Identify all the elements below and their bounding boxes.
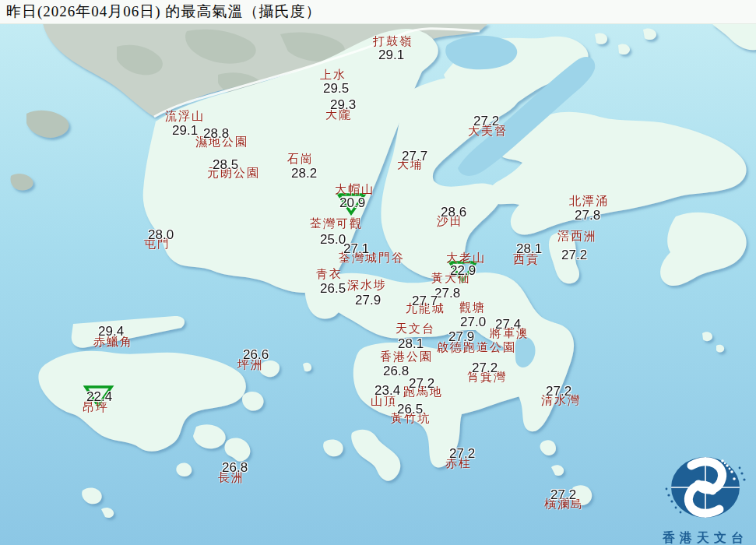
- station-name: 流浮山: [165, 111, 205, 122]
- station-name: 石崗: [287, 153, 314, 165]
- weather-map-page: 昨日(2026年04月06日) 的最高氣溫（攝氏度） 29.1打鼓嶺29.5上水…: [0, 0, 756, 545]
- station-name: 打鼓嶺: [373, 36, 413, 47]
- station-value: 28.2: [291, 167, 317, 180]
- station-value: 27.2: [546, 385, 571, 398]
- station-value: 26.8: [383, 364, 409, 378]
- station-name: 香港公園: [380, 351, 433, 363]
- station-name: 北潭涌: [569, 195, 609, 207]
- station-value: 22.9: [450, 264, 476, 277]
- station-name: 觀塘: [459, 302, 486, 314]
- station-name: 荃灣可觀: [310, 218, 363, 230]
- station-value: 28.0: [148, 228, 174, 241]
- station-value: 28.1: [516, 242, 542, 255]
- station-value: 29.5: [323, 82, 349, 95]
- hko-logo-chinese-name: 香港天文台: [655, 530, 756, 545]
- station-value: 27.9: [355, 294, 381, 307]
- station-name: 天文台: [396, 323, 435, 335]
- station-value: 20.9: [339, 196, 365, 209]
- station-labels-layer: 29.1打鼓嶺29.5上水29.3大隴29.1流浮山28.8濕地公園28.5元朗…: [0, 0, 756, 545]
- station-value: 27.2: [472, 361, 498, 374]
- title-bar: 昨日(2026年04月06日) 的最高氣溫（攝氏度）: [0, 0, 756, 24]
- station-value: 27.7: [402, 149, 427, 163]
- station-name: 大老山: [446, 252, 486, 264]
- station-value: 27.8: [575, 209, 600, 222]
- station-value: 25.0: [320, 233, 346, 246]
- station-value: 27.2: [550, 488, 576, 501]
- station-value: 26.6: [243, 348, 269, 361]
- map-title: 昨日(2026年04月06日) 的最高氣溫（攝氏度）: [0, 0, 756, 23]
- station-value: 27.7: [412, 294, 438, 308]
- station-value: 27.9: [448, 330, 474, 343]
- station-value: 29.1: [378, 48, 404, 62]
- station-value: 29.4: [98, 325, 124, 338]
- station-value: 29.1: [172, 124, 198, 137]
- hko-logo: 香港天文台 HONG KONG OBSERVATORY: [655, 448, 756, 545]
- station-value: 27.1: [343, 242, 369, 255]
- station-value: 27.2: [449, 447, 475, 460]
- station-value: 23.4: [374, 384, 400, 397]
- station-name: 大帽山: [335, 184, 374, 195]
- station-value: 27.2: [473, 114, 499, 128]
- station-value: 27.2: [561, 248, 587, 262]
- station-value: 22.4: [86, 390, 112, 403]
- station-name: 深水埗: [347, 280, 387, 291]
- hko-logo-symbol: [655, 448, 756, 526]
- station-name: 滘西洲: [557, 230, 597, 242]
- station-name: 上水: [320, 69, 346, 81]
- station-value: 29.3: [330, 98, 356, 111]
- station-name: 青衣: [316, 269, 343, 280]
- station-value: 27.2: [409, 377, 434, 390]
- station-value: 27.8: [434, 287, 460, 300]
- station-value: 28.8: [203, 127, 229, 140]
- station-value: 26.5: [397, 403, 423, 416]
- station-value: 26.8: [222, 461, 248, 474]
- station-value: 28.6: [441, 206, 466, 219]
- station-value: 28.5: [213, 158, 238, 171]
- station-value: 27.4: [495, 318, 521, 331]
- station-value: 26.5: [320, 282, 346, 295]
- station-value: 28.1: [398, 337, 424, 350]
- station-value: 27.0: [460, 315, 486, 329]
